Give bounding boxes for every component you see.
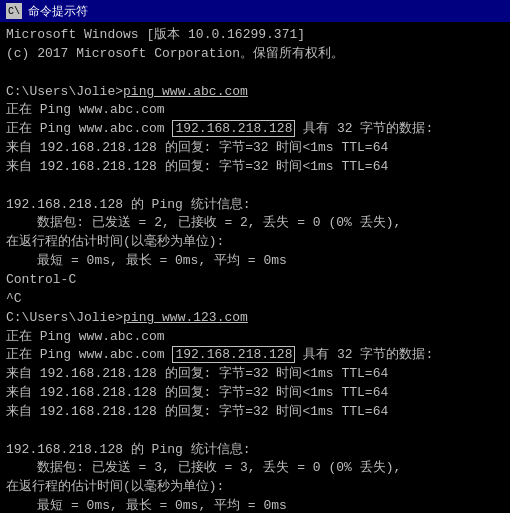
terminal-line — [6, 177, 504, 196]
terminal-line: ^C — [6, 290, 504, 309]
terminal-line: 最短 = 0ms, 最长 = 0ms, 平均 = 0ms — [6, 497, 504, 513]
prompt: C:\Users\Jolie> — [6, 84, 123, 99]
window: C\ 命令提示符 Microsoft Windows [版本 10.0.1629… — [0, 0, 510, 513]
ip-highlight: 192.168.218.128 — [172, 120, 295, 137]
terminal[interactable]: Microsoft Windows [版本 10.0.16299.371](c)… — [0, 22, 510, 513]
command: ping www.123.com — [123, 310, 248, 325]
terminal-line: Control-C — [6, 271, 504, 290]
terminal-line: 数据包: 已发送 = 3, 已接收 = 3, 丢失 = 0 (0% 丢失), — [6, 459, 504, 478]
prompt: C:\Users\Jolie> — [6, 310, 123, 325]
terminal-line: 在返行程的估计时间(以毫秒为单位): — [6, 478, 504, 497]
title-bar-icon: C\ — [6, 3, 22, 19]
terminal-line: 来自 192.168.218.128 的回复: 字节=32 时间<1ms TTL… — [6, 384, 504, 403]
terminal-line: 正在 Ping www.abc.com — [6, 101, 504, 120]
title-bar: C\ 命令提示符 — [0, 0, 510, 22]
terminal-line: 来自 192.168.218.128 的回复: 字节=32 时间<1ms TTL… — [6, 139, 504, 158]
terminal-line: C:\Users\Jolie>ping www.123.com — [6, 309, 504, 328]
terminal-line: 正在 Ping www.abc.com 192.168.218.128 具有 3… — [6, 120, 504, 139]
terminal-line: (c) 2017 Microsoft Corporation。保留所有权利。 — [6, 45, 504, 64]
terminal-line: 192.168.218.128 的 Ping 统计信息: — [6, 441, 504, 460]
terminal-line: 来自 192.168.218.128 的回复: 字节=32 时间<1ms TTL… — [6, 403, 504, 422]
terminal-line: C:\Users\Jolie>ping www.abc.com — [6, 83, 504, 102]
command: ping www.abc.com — [123, 84, 248, 99]
terminal-line: 正在 Ping www.abc.com 192.168.218.128 具有 3… — [6, 346, 504, 365]
terminal-line — [6, 422, 504, 441]
terminal-line: 最短 = 0ms, 最长 = 0ms, 平均 = 0ms — [6, 252, 504, 271]
terminal-line: 来自 192.168.218.128 的回复: 字节=32 时间<1ms TTL… — [6, 158, 504, 177]
terminal-line: 正在 Ping www.abc.com — [6, 328, 504, 347]
terminal-line: Microsoft Windows [版本 10.0.16299.371] — [6, 26, 504, 45]
terminal-line: 在返行程的估计时间(以毫秒为单位): — [6, 233, 504, 252]
title-bar-title: 命令提示符 — [28, 3, 504, 20]
terminal-line — [6, 64, 504, 83]
ip-highlight: 192.168.218.128 — [172, 346, 295, 363]
terminal-line: 来自 192.168.218.128 的回复: 字节=32 时间<1ms TTL… — [6, 365, 504, 384]
terminal-line: 数据包: 已发送 = 2, 已接收 = 2, 丢失 = 0 (0% 丢失), — [6, 214, 504, 233]
terminal-line: 192.168.218.128 的 Ping 统计信息: — [6, 196, 504, 215]
